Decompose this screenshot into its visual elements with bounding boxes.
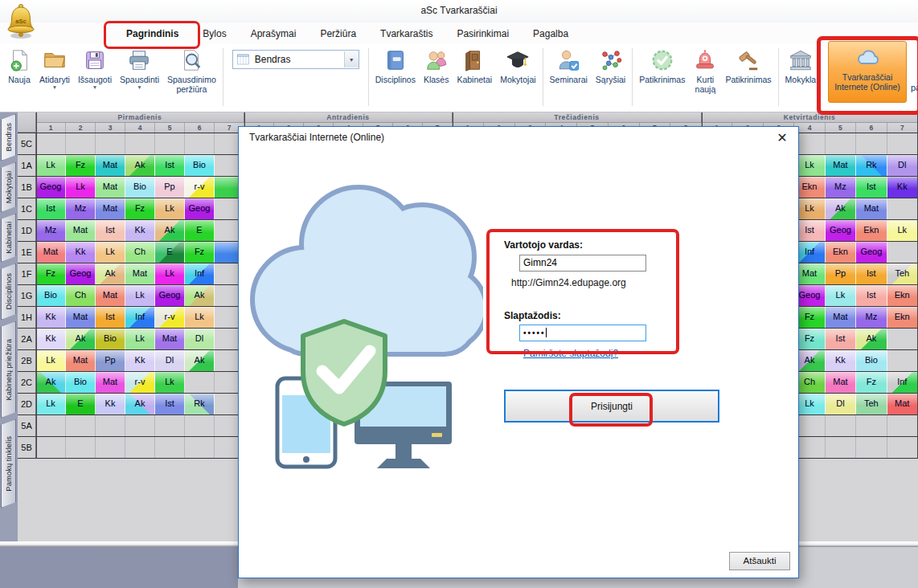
lesson-cell-1f-teh[interactable]: Teh <box>887 263 918 284</box>
sidebar-tab-pamoku-tinklelis[interactable]: Pamokų tinklelis <box>1 419 16 508</box>
lesson-cell-1h-ekn[interactable]: Ekn <box>887 307 918 328</box>
lesson-cell-1d-kk[interactable]: Kk <box>125 220 155 241</box>
menu-tab-pasirinkimai[interactable]: Pasirinkimai <box>445 24 521 43</box>
lesson-cell-2b-ak[interactable]: Ak <box>794 350 825 371</box>
lesson-cell-2c-bio[interactable]: Bio <box>66 372 96 393</box>
lesson-cell-2b-mat[interactable]: Mat <box>66 350 96 371</box>
lesson-cell-1b-kk[interactable]: Kk <box>887 177 918 198</box>
lesson-cell-2d-mat[interactable]: Mat <box>887 394 918 414</box>
lesson-cell-1e-fz[interactable]: Fz <box>185 242 215 263</box>
lesson-cell-1c-mz[interactable]: Mz <box>66 198 96 219</box>
lesson-cell-2a-mat[interactable]: Mat <box>155 329 185 349</box>
ribbon-button-check[interactable]: Patikrinimas <box>635 46 689 84</box>
sidebar-tab-mokytojai[interactable]: Mokytojai <box>1 162 16 212</box>
lesson-cell-1e-ch[interactable]: Ch <box>125 242 155 263</box>
lesson-cell-2c-mat[interactable]: Mat <box>826 372 856 393</box>
lesson-cell-1c-mat[interactable]: Mat <box>96 198 125 219</box>
lesson-cell-2b-kk[interactable]: Kk <box>125 350 155 371</box>
lesson-cell-1a-lk[interactable]: Lk <box>36 155 66 176</box>
username-input[interactable]: Gimn24 <box>519 255 646 272</box>
ribbon-button-classes[interactable]: Klasės <box>420 46 453 84</box>
lesson-cell-1c-lk[interactable]: Lk <box>155 198 185 219</box>
lesson-cell-1b-mat[interactable]: Mat <box>96 177 125 198</box>
ribbon-button-school[interactable]: Mokykla <box>781 46 821 84</box>
lesson-cell-2d-rk[interactable]: Rk <box>185 394 215 414</box>
ribbon-button-seminars[interactable]: Seminarai <box>546 46 592 84</box>
lesson-cell-1d-lk[interactable]: Lk <box>887 220 918 241</box>
ribbon-button-rooms[interactable]: Kabinetai <box>453 46 496 84</box>
lesson-cell-1f-geog[interactable]: Geog <box>66 263 96 284</box>
lesson-cell-1d-ist[interactable]: Ist <box>794 220 825 241</box>
lesson-cell-1d-ekn[interactable]: Ekn <box>856 220 887 241</box>
lesson-cell-1b-geog[interactable]: Geog <box>36 177 66 198</box>
lesson-cell-2b-lk[interactable]: Lk <box>36 350 66 371</box>
lesson-cell-2b-kk[interactable]: Kk <box>826 350 856 371</box>
forgot-password-link[interactable]: Pamiršote slaptažodį? <box>523 348 618 359</box>
lesson-cell-2b-dl[interactable]: Dl <box>155 350 185 371</box>
lesson-cell-1h-kk[interactable]: Kk <box>36 307 66 328</box>
lesson-cell-1e-geog[interactable]: Geog <box>856 242 887 263</box>
sidebar-tab-disciplinos[interactable]: Disciplinos <box>1 263 16 320</box>
lesson-cell-1c-ak[interactable]: Ak <box>826 198 856 219</box>
lesson-cell-1f-lk[interactable]: Lk <box>155 263 185 284</box>
lesson-cell-2c-inf[interactable]: Inf <box>887 372 918 393</box>
lesson-cell-1a-lk[interactable]: Lk <box>794 155 825 176</box>
lesson-cell-2a-fz[interactable]: Fz <box>794 329 825 349</box>
lesson-cell-1g-ekn[interactable]: Ekn <box>887 285 918 306</box>
lesson-cell-1e-mat[interactable]: Mat <box>36 242 66 263</box>
lesson-cell-2d-ak[interactable]: Ak <box>125 394 155 414</box>
menu-tab-tvarkaras-tis[interactable]: Tvarkaraštis <box>368 24 445 43</box>
lesson-cell-1f-mat[interactable]: Mat <box>794 263 825 284</box>
lesson-cell-2d-teh[interactable]: Teh <box>856 394 887 414</box>
lesson-cell-1f-inf[interactable]: Inf <box>185 263 215 284</box>
sidebar-tab-kabinetu-priez-iu-ra[interactable]: Kabinetų priežiūra <box>1 321 16 418</box>
ribbon-button-print[interactable]: Spausdinti▼ <box>116 46 163 91</box>
menu-tab-apras-ymai[interactable]: Aprašymai <box>239 24 309 43</box>
lesson-cell-2a-dl[interactable]: Dl <box>185 329 215 349</box>
lesson-cell-1g-geog[interactable]: Geog <box>794 285 825 306</box>
ribbon-button-teachers[interactable]: Mokytojai <box>496 46 539 84</box>
lesson-cell-1h-ist[interactable]: Ist <box>96 307 125 328</box>
lesson-cell-1g-lk[interactable]: Lk <box>125 285 155 306</box>
lesson-cell-2a-ist[interactable]: Ist <box>826 329 856 349</box>
ribbon-button-relations[interactable]: Sąryšiai <box>592 46 629 84</box>
view-select[interactable]: Bendras▼ <box>232 50 359 69</box>
lesson-cell-1h-lk[interactable]: Lk <box>185 307 215 328</box>
lesson-cell-2a-lk[interactable]: Lk <box>125 329 155 349</box>
lesson-cell-1g-geog[interactable]: Geog <box>155 285 185 306</box>
menu-tab-pagrindinis[interactable]: Pagrindinis <box>114 24 191 43</box>
lesson-cell-1a-fz[interactable]: Fz <box>66 155 96 176</box>
lesson-cell-1a-ak[interactable]: Ak <box>125 155 155 176</box>
menu-tab-perz-iu-ra[interactable]: Peržiūra <box>308 24 368 43</box>
lesson-cell-2d-dl[interactable]: Dl <box>826 394 856 414</box>
lesson-cell-1h-r-v[interactable]: r-v <box>155 307 185 328</box>
lesson-cell-1h-mz[interactable]: Mz <box>856 307 887 328</box>
lesson-cell-1e-kk[interactable]: Kk <box>66 242 96 263</box>
ribbon-button-new[interactable]: Nauja <box>3 46 35 84</box>
lesson-cell-1c-lk[interactable]: Lk <box>794 198 825 219</box>
lesson-cell-1g-ch[interactable]: Ch <box>66 285 96 306</box>
menu-tab-pagalba[interactable]: Pagalba <box>521 24 580 43</box>
lesson-cell-2d-lk[interactable]: Lk <box>36 394 66 414</box>
lesson-cell-2d-lk[interactable]: Lk <box>794 394 825 414</box>
lesson-cell-2b-bio[interactable]: Bio <box>856 350 887 371</box>
lesson-cell-1a-dl[interactable]: Dl <box>887 155 918 176</box>
lesson-cell-1e-inf[interactable]: Inf <box>794 242 825 263</box>
lesson-cell-1c-ist[interactable]: Ist <box>36 198 66 219</box>
ribbon-button-open[interactable]: Atidaryti▼ <box>35 46 74 91</box>
lesson-cell-1f-ak[interactable]: Ak <box>96 263 125 284</box>
lesson-cell-1c-fz[interactable]: Fz <box>125 198 155 219</box>
ribbon-button-disciplines[interactable]: Disciplinos <box>371 46 420 84</box>
lesson-cell-1b-ekn[interactable]: Ekn <box>794 177 825 198</box>
lesson-cell-1f-fz[interactable]: Fz <box>36 263 66 284</box>
lesson-cell-1g-ist[interactable]: Ist <box>856 285 887 306</box>
lesson-cell-1h-mat[interactable]: Mat <box>66 307 96 328</box>
cancel-button[interactable]: Atšaukti <box>729 552 790 570</box>
lesson-cell-2d-ist[interactable]: Ist <box>155 394 185 414</box>
menu-tab-bylos[interactable]: Bylos <box>191 24 238 43</box>
lesson-cell-1g-ak[interactable]: Ak <box>185 285 215 306</box>
lesson-cell-2c-ch[interactable]: Ch <box>794 372 825 393</box>
lesson-cell-1d-mz[interactable]: Mz <box>36 220 66 241</box>
lesson-cell-1a-bio[interactable]: Bio <box>185 155 215 176</box>
lesson-cell-1d-ist[interactable]: Ist <box>96 220 125 241</box>
